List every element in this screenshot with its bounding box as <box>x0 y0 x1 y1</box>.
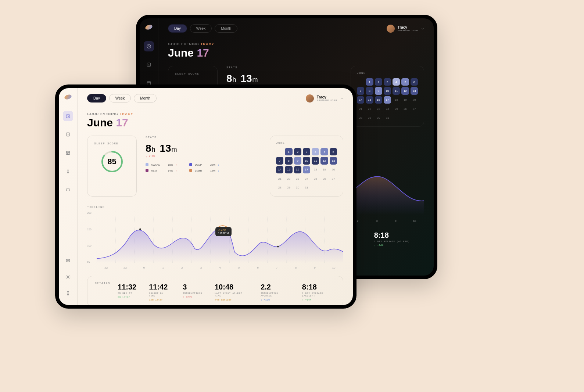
nav-dashboard-icon[interactable] <box>63 111 73 121</box>
calendar-day[interactable]: 8 <box>366 87 373 94</box>
calendar-day[interactable]: 8 <box>285 157 292 164</box>
calendar-day[interactable]: 7 <box>357 87 364 94</box>
detail-note: 12m later <box>149 298 170 301</box>
calendar-day[interactable]: 9 <box>375 87 382 94</box>
calendar-day[interactable]: 17 <box>384 96 391 104</box>
tab-day[interactable]: Day <box>168 24 187 33</box>
calendar-day[interactable]: 5 <box>320 148 328 155</box>
tab-week[interactable]: Week <box>109 94 131 103</box>
tab-day[interactable]: Day <box>87 94 106 103</box>
calendar-day[interactable]: 2 <box>375 78 382 86</box>
calendar-day[interactable]: 15 <box>366 96 373 104</box>
device-light: Day Week Month Tracy PREMIUM USER GOOD E… <box>55 84 357 309</box>
calendar-day[interactable]: 20 <box>411 96 418 104</box>
calendar-day[interactable]: 3 <box>303 148 310 155</box>
calendar-day[interactable]: 13 <box>330 157 337 164</box>
calendar-day[interactable]: 16 <box>375 96 382 104</box>
calendar-day[interactable]: 6 <box>330 148 337 155</box>
calendar-day[interactable]: 13 <box>411 87 418 94</box>
calendar-day[interactable]: 21 <box>276 175 283 182</box>
calendar-day[interactable]: 12 <box>320 157 328 164</box>
calendar-day[interactable]: 30 <box>375 114 382 121</box>
nav-stats-icon[interactable] <box>144 60 154 70</box>
calendar-day[interactable]: 4 <box>312 148 319 155</box>
timeline-section: TIMELINE 20015010050 <box>87 205 343 269</box>
calendar-day[interactable]: 29 <box>285 184 292 191</box>
calendar-day[interactable]: 12 <box>401 87 409 94</box>
calendar-day[interactable]: 2 <box>294 148 301 155</box>
calendar-day[interactable]: 23 <box>294 175 301 182</box>
calendar-day[interactable]: 11 <box>393 87 400 94</box>
detail-note: 44m earlier <box>215 298 248 301</box>
calendar-day[interactable]: 28 <box>357 114 364 121</box>
detail-item: 11:32IN BED AT2m later <box>118 281 136 301</box>
calendar-day[interactable]: 26 <box>320 175 328 182</box>
calendar-day[interactable]: 19 <box>320 166 328 173</box>
calendar-day[interactable]: 10 <box>384 87 391 94</box>
svg-rect-7 <box>67 170 69 173</box>
calendar-day[interactable]: 18 <box>312 166 319 173</box>
detail-note: ↑ +14% <box>302 298 336 301</box>
calendar-day[interactable]: 4 <box>393 78 400 86</box>
calendar-day[interactable]: 1 <box>285 148 292 155</box>
tab-month[interactable]: Month <box>134 94 157 103</box>
calendar-day[interactable]: 25 <box>393 105 400 112</box>
calendar-day[interactable]: 26 <box>401 105 409 112</box>
detail-note: ↑ +21% <box>183 296 202 299</box>
calendar-day[interactable]: 27 <box>411 105 418 112</box>
calendar-day[interactable]: 24 <box>303 175 310 182</box>
calendar-day[interactable]: 22 <box>285 175 292 182</box>
calendar-day[interactable]: 3 <box>384 78 391 86</box>
calendar-day[interactable]: 9 <box>294 157 301 164</box>
tab-month[interactable]: Month <box>215 24 237 33</box>
theme-toggle[interactable] <box>63 288 73 298</box>
calendar-day[interactable]: 6 <box>411 78 418 86</box>
calendar-day[interactable]: 7 <box>276 157 283 164</box>
calendar-day[interactable]: 16 <box>294 166 301 173</box>
calendar-day[interactable]: 21 <box>357 105 364 112</box>
nav-settings-icon[interactable] <box>63 272 73 282</box>
chevron-down-icon <box>421 27 424 30</box>
calendar-day[interactable]: 31 <box>384 114 391 121</box>
nav-watch-icon[interactable] <box>63 166 73 176</box>
nav-bell-icon[interactable] <box>63 184 73 195</box>
tab-week[interactable]: Week <box>190 24 212 33</box>
calendar-day[interactable]: 10 <box>303 157 310 164</box>
calendar-day[interactable]: 1 <box>366 78 373 86</box>
detail-sub: 7 DAY AVERAGE (ASLEEP) <box>302 292 336 297</box>
calendar-day[interactable]: 18 <box>393 96 400 104</box>
calendar-day[interactable]: 15 <box>285 166 292 173</box>
calendar-day[interactable]: 28 <box>276 184 283 191</box>
calendar-day[interactable]: 22 <box>366 105 373 112</box>
timeline-chart: 20015010050 ⊙ 4:32 110 B <box>87 212 343 263</box>
avatar <box>306 94 314 103</box>
calendar-title: JUNE <box>276 141 337 144</box>
calendar-day[interactable]: 11 <box>312 157 319 164</box>
calendar-day[interactable]: 25 <box>312 175 319 182</box>
calendar-day[interactable]: 17 <box>303 166 310 173</box>
calendar-day[interactable]: 19 <box>401 96 409 104</box>
user-menu[interactable]: Tracy PREMIUM USER <box>306 94 343 103</box>
sleep-score-card: SLEEP SCORE 85 <box>87 136 137 197</box>
calendar-day[interactable]: 27 <box>330 175 337 182</box>
nav-stats-icon[interactable] <box>63 129 73 140</box>
calendar-day[interactable]: 24 <box>384 105 391 112</box>
calendar-day[interactable]: 20 <box>330 166 337 173</box>
calendar-day[interactable]: 14 <box>276 166 283 173</box>
nav-calendar-icon[interactable] <box>63 148 73 158</box>
calendar-day[interactable]: 30 <box>294 184 301 191</box>
calendar-day[interactable]: 31 <box>303 184 310 191</box>
svg-rect-6 <box>66 151 69 155</box>
nav-chat-icon[interactable] <box>63 256 73 266</box>
calendar-day[interactable]: 14 <box>357 96 364 104</box>
sleep-duration: 8h 13m <box>146 143 261 154</box>
user-menu[interactable]: Tracy PREMIUM USER <box>387 25 424 33</box>
score-label: SLEEP SCORE <box>175 72 211 75</box>
svg-point-28 <box>139 229 141 230</box>
greeting: GOOD EVENING TRACY <box>87 112 343 116</box>
calendar-day[interactable]: 5 <box>401 78 409 86</box>
calendar-day[interactable]: 23 <box>375 105 382 112</box>
nav-dashboard-icon[interactable] <box>144 41 154 51</box>
y-axis: 20015010050 <box>87 212 92 263</box>
calendar-day[interactable]: 29 <box>366 114 373 121</box>
